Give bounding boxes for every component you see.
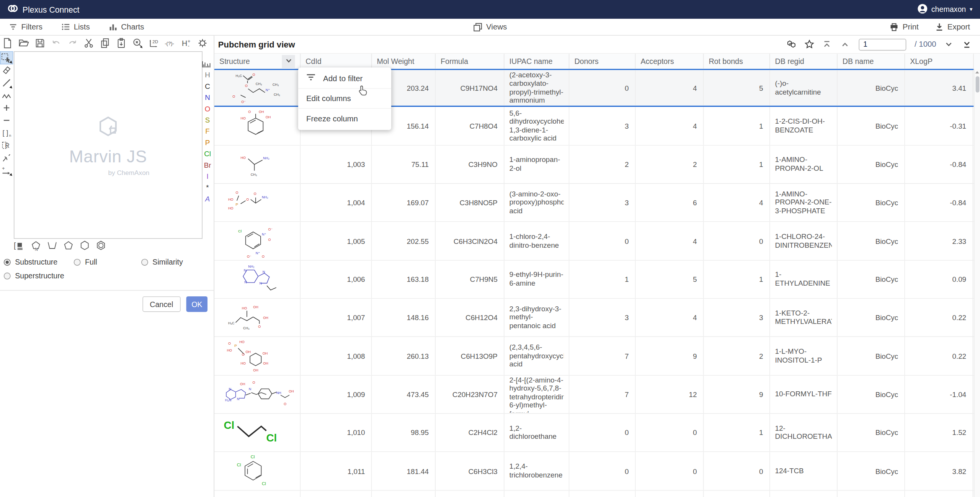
next-page-button[interactable]	[944, 39, 954, 49]
radio-substructure[interactable]	[4, 258, 11, 265]
views-button[interactable]: Views	[473, 22, 507, 31]
page-number-input[interactable]	[859, 38, 906, 50]
pyrrole-ring-button[interactable]: N	[30, 240, 42, 251]
search-mode-substructure[interactable]: Substructure	[4, 258, 74, 266]
table-row[interactable]: NH₂NN NN 1,006163.18C7H9N59-ethyl-9H-pur…	[214, 260, 974, 299]
element-*[interactable]: *	[203, 182, 212, 193]
element-A[interactable]: A	[203, 193, 212, 204]
table-row[interactable]: H₃C HOOH O OHCH₃1,007148.16C6H12O42,3-di…	[214, 299, 974, 337]
ok-button[interactable]: OK	[186, 296, 208, 312]
radio-similarity[interactable]	[141, 258, 148, 265]
element-F[interactable]: F	[203, 126, 212, 137]
column-header-db_name[interactable]: DB name	[838, 54, 905, 69]
open-button[interactable]	[18, 38, 29, 49]
print-button[interactable]: Print	[890, 22, 919, 31]
settings-button[interactable]	[197, 38, 208, 49]
element-O[interactable]: O	[203, 103, 212, 114]
table-row[interactable]: Cl N⁺O⁻O N⁺OO⁻1,005202.55C6H3ClN2O41-chl…	[214, 222, 974, 260]
reaction-arrow-button[interactable]: +	[1, 164, 13, 176]
previous-page-button[interactable]	[841, 39, 851, 49]
column-header-structure[interactable]: Structure	[214, 54, 301, 69]
search-mode-superstructure[interactable]: Superstructure	[4, 271, 74, 280]
element-H[interactable]: H	[203, 69, 212, 80]
open-ring-button[interactable]	[46, 240, 58, 251]
cut-icon	[83, 38, 94, 49]
vertical-scrollbar[interactable]	[974, 69, 980, 497]
element-S[interactable]: S	[203, 114, 212, 126]
paste-button[interactable]	[116, 38, 127, 49]
mol_weight-cell: 75.11	[372, 146, 436, 183]
radio-superstructure[interactable]	[4, 272, 11, 279]
charts-button[interactable]: Charts	[109, 23, 144, 31]
element-N[interactable]: N	[203, 92, 212, 103]
atom-mapping-button[interactable]	[1, 152, 13, 164]
periodic-table-button[interactable]	[202, 58, 213, 69]
benzene-ring-button[interactable]	[95, 240, 107, 251]
abbreviated-groups-button[interactable]: -(?)-	[164, 38, 175, 49]
abbreviated-group-button[interactable]: [	[14, 240, 26, 251]
selection-button[interactable]	[1, 52, 13, 64]
sketch-canvas[interactable]: Marvin JS by ChemAxon	[14, 51, 203, 239]
favorite-view-button[interactable]	[805, 39, 815, 49]
cyclopentane-ring-button[interactable]	[62, 240, 74, 251]
search-mode-full[interactable]: Full	[74, 258, 141, 266]
column-header-acceptors[interactable]: Acceptors	[635, 54, 704, 69]
svg-text:P: P	[235, 202, 238, 206]
db_regid-text: 12-DICHLOROETHANE	[775, 424, 832, 441]
context-menu-item-edit-columns[interactable]: Edit columns	[298, 89, 391, 109]
table-row[interactable]: Cl Cl1,01098.95C2H4Cl21,2-dichloroethane…	[214, 414, 974, 452]
scroll-to-bottom-button[interactable]	[962, 39, 972, 49]
rot_bonds-cell: 0	[704, 452, 770, 490]
decrease-charge-button[interactable]	[1, 114, 13, 126]
element-C[interactable]: C	[203, 81, 212, 92]
column-menu-button[interactable]	[282, 55, 295, 68]
radio-full[interactable]	[74, 258, 81, 265]
redo-button[interactable]	[67, 38, 78, 49]
new-document-button[interactable]	[2, 38, 13, 49]
filters-button[interactable]: Filters	[9, 23, 42, 31]
table-row[interactable]: POHOHO O OHOHOH HOOH1,008260.13C6H13O9P(…	[214, 337, 974, 376]
table-row[interactable]: NN H₂NOH NO NH OOH1,009473.45C20H23N7O72…	[214, 376, 974, 414]
scroll-to-top-button[interactable]	[823, 39, 833, 49]
copy-button[interactable]	[100, 38, 111, 49]
table-row[interactable]: Cl Cl Cl1,011181.44C6H3Cl31,2,4-trichlor…	[214, 452, 974, 490]
clean-2d-button[interactable]: 2D	[148, 38, 159, 49]
element-Br[interactable]: Br	[203, 159, 212, 170]
table-row[interactable]: CH₃OH 17-hydroxy-10,13-dimethyl-	[214, 490, 974, 497]
repeating-group-button[interactable]: [ ]n	[1, 127, 13, 139]
column-header-db_regid[interactable]: DB regid	[770, 54, 837, 69]
column-header-cdid[interactable]: CdId	[301, 54, 372, 69]
undo-button[interactable]	[51, 38, 62, 49]
eraser-button[interactable]	[1, 64, 13, 76]
context-menu-item-add-to-filter[interactable]: Add to filter	[298, 69, 391, 89]
column-header-formula[interactable]: Formula	[436, 54, 505, 69]
element-I[interactable]: I	[203, 171, 212, 182]
add-remove-hydrogens-button[interactable]: H+-	[181, 38, 192, 49]
single-bond-button[interactable]	[1, 77, 13, 89]
zoom-reset-button[interactable]	[132, 38, 143, 49]
search-mode-similarity[interactable]: Similarity	[141, 258, 211, 266]
structure-display-button[interactable]	[786, 39, 796, 49]
column-header-xlogp[interactable]: XLogP	[905, 54, 974, 69]
chain-button[interactable]	[1, 89, 13, 101]
cancel-button[interactable]: Cancel	[142, 296, 181, 312]
scrollbar-thumb[interactable]	[975, 76, 979, 92]
save-button[interactable]	[34, 38, 46, 49]
cut-button[interactable]	[83, 38, 94, 49]
cyclohexane-ring-button[interactable]	[79, 240, 91, 251]
scrollbar-up-arrow-icon[interactable]	[974, 69, 980, 75]
r-group-button[interactable]: R	[1, 139, 13, 151]
element-P[interactable]: P	[203, 137, 212, 148]
table-row[interactable]: HOHOP O O O NH₂1,004169.07C3H8NO5P(3-ami…	[214, 184, 974, 222]
table-row[interactable]: HO NH₂CH₃1,00375.11C3H9NO1-aminopropan-2…	[214, 146, 974, 184]
column-header-iupac[interactable]: IUPAC name	[505, 54, 570, 69]
column-header-mol_weight[interactable]: Mol Weight	[372, 54, 436, 69]
column-header-rot_bonds[interactable]: Rot bonds	[704, 54, 770, 69]
column-header-donors[interactable]: Donors	[569, 54, 635, 69]
lists-button[interactable]: Lists	[61, 23, 90, 31]
element-Cl[interactable]: Cl	[203, 148, 212, 159]
increase-charge-button[interactable]	[1, 102, 13, 114]
export-button[interactable]: Export	[935, 22, 970, 31]
user-menu[interactable]: chemaxon ▾	[918, 3, 973, 15]
context-menu-item-freeze-column[interactable]: Freeze column	[298, 109, 391, 129]
